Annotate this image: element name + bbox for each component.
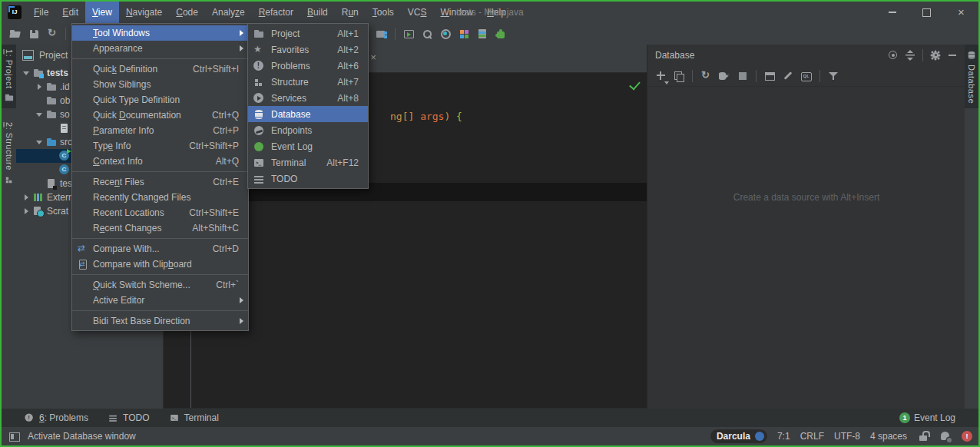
menubar-item-help[interactable]: Help [480, 2, 513, 23]
duplicate-button[interactable] [670, 67, 688, 85]
menu-item-label: Project [271, 28, 300, 39]
minimize-button[interactable] [875, 2, 909, 23]
add-datasource-button[interactable] [651, 67, 670, 85]
settings-button[interactable] [455, 25, 473, 43]
file-encoding[interactable]: UTF-8 [834, 431, 860, 442]
refresh-button[interactable] [697, 67, 715, 85]
search-button[interactable] [418, 25, 436, 43]
menubar-item-vcs[interactable]: VCS [401, 2, 434, 23]
unlock-icon[interactable] [917, 430, 929, 442]
chevron-down-icon[interactable] [21, 67, 32, 79]
left-toolwindow-stripe: 1: Project 2: Structure [2, 45, 16, 409]
menubar-item-run[interactable]: Run [335, 2, 366, 23]
stripe-button-database[interactable]: Database [965, 45, 978, 108]
submenu-item-endpoints[interactable]: Endpoints [248, 122, 368, 138]
menu-item-quick-definition[interactable]: Quick Definition Ctrl+Shift+I [72, 61, 248, 77]
submenu-item-todo[interactable]: TODO [248, 171, 368, 187]
inspections-ok-icon[interactable] [629, 78, 641, 90]
menubar-item-window[interactable]: Window [433, 2, 480, 23]
menu-item-appearance[interactable]: Appearance [72, 41, 248, 56]
stripe-button-structure[interactable]: 2: Structure [2, 118, 16, 190]
submenu-item-event-log[interactable]: Event Log [248, 138, 368, 154]
menu-item-quick-documentation[interactable]: Quick Documentation Ctrl+Q [72, 108, 248, 123]
menu-item-tool-windows[interactable]: Tool Windows [72, 25, 248, 41]
toolwindow-toggle-icon[interactable] [8, 430, 20, 442]
menu-item-compare-with[interactable]: Compare With... Ctrl+D [72, 241, 248, 257]
menu-item-quick-type-definition[interactable]: Quick Type Definition [72, 92, 248, 108]
collapse-expand-button[interactable] [902, 47, 919, 64]
menu-item-bidi-text-base-direction[interactable]: Bidi Text Base Direction [72, 313, 248, 329]
menu-item-recent-files[interactable]: Recent Files Ctrl+E [72, 174, 248, 190]
submenu-item-project[interactable]: Project Alt+1 [248, 25, 368, 41]
console-button[interactable] [797, 67, 816, 85]
stop-button[interactable] [733, 67, 752, 85]
menubar-item-build[interactable]: Build [300, 2, 335, 23]
indent-setting[interactable]: 4 spaces [870, 431, 907, 442]
locate-button[interactable] [885, 47, 902, 64]
menu-item-type-info[interactable]: Type Info Ctrl+Shift+P [72, 138, 248, 154]
menubar-item-file[interactable]: File [27, 2, 55, 23]
menubar-item-code[interactable]: Code [169, 2, 205, 23]
tab-close-button[interactable]: × [368, 51, 379, 63]
close-button[interactable]: × [944, 2, 978, 23]
menu-item-recently-changed-files[interactable]: Recently Changed Files [72, 190, 248, 205]
menu-item-active-editor[interactable]: Active Editor [72, 293, 248, 308]
toolwindow-button-terminal[interactable]: Terminal [168, 412, 219, 424]
chevron-right-icon[interactable] [21, 205, 32, 217]
hide-panel-button[interactable] [944, 47, 961, 64]
search-everywhere-button[interactable] [436, 25, 455, 43]
menu-item-recent-locations[interactable]: Recent Locations Ctrl+Shift+E [72, 205, 248, 220]
plugins-button[interactable] [492, 25, 510, 43]
stripe-button-project[interactable]: 1: Project [2, 45, 16, 108]
menu-item-parameter-info[interactable]: Parameter Info Ctrl+P [72, 123, 248, 138]
filter-button[interactable] [824, 67, 843, 85]
submenu-item-favorites[interactable]: Favorites Alt+2 [248, 41, 368, 58]
submenu-item-terminal[interactable]: Terminal Alt+F12 [248, 154, 368, 171]
inspections-profile-icon[interactable] [939, 430, 952, 442]
maximize-button[interactable] [909, 2, 944, 23]
line-separator[interactable]: CRLF [800, 431, 824, 442]
tree-item-label: ob [60, 95, 70, 106]
stripe-button-label: 1: Project [5, 49, 14, 88]
clipboard-diff-icon [77, 258, 89, 270]
menubar-item-refactor[interactable]: Refactor [252, 2, 300, 23]
panel-settings-button[interactable] [927, 47, 944, 64]
menu-item-context-info[interactable]: Context Info Alt+Q [72, 154, 248, 169]
edit-button[interactable] [779, 67, 797, 85]
duplicate-icon [673, 70, 685, 82]
chevron-right-icon[interactable] [34, 81, 45, 93]
caret-position[interactable]: 7:1 [777, 431, 790, 442]
table-button[interactable] [760, 67, 779, 85]
module-settings-button[interactable] [372, 25, 391, 43]
synchronize-button[interactable] [43, 25, 61, 43]
menu-item-show-siblings[interactable]: Show Siblings [72, 77, 248, 92]
save-all-button[interactable] [25, 25, 43, 43]
menu-item-label: Quick Definition [93, 64, 157, 74]
menu-item-shortcut: Alt+1 [337, 28, 359, 39]
menubar-item-tools[interactable]: Tools [366, 2, 401, 23]
menubar-item-edit[interactable]: Edit [55, 2, 85, 23]
theme-widget[interactable]: Darcula [710, 429, 767, 443]
project-structure-button[interactable] [473, 25, 492, 43]
chevron-right-icon[interactable] [21, 191, 32, 204]
menubar-item-navigate[interactable]: Navigate [119, 2, 169, 23]
menu-item-compare-with-clipboard[interactable]: Compare with Clipboard [72, 257, 248, 272]
submenu-item-services[interactable]: Services Alt+8 [248, 90, 368, 106]
menu-item-recent-changes[interactable]: Recent Changes Alt+Shift+C [72, 220, 248, 236]
toolwindow-button-event-log[interactable]: 1 Event Log [899, 412, 955, 423]
menubar-item-analyze[interactable]: Analyze [205, 2, 252, 23]
toolwindow-button-todo[interactable]: TODO [107, 412, 149, 424]
toolwindow-button-problems[interactable]: 6: Problems [23, 412, 88, 424]
menu-item-quick-switch-scheme[interactable]: Quick Switch Scheme... Ctrl+` [72, 277, 248, 293]
submenu-item-structure[interactable]: Structure Alt+7 [248, 74, 368, 90]
chevron-down-icon[interactable] [34, 108, 45, 121]
open-button[interactable] [6, 25, 25, 43]
error-badge[interactable]: ! [962, 431, 972, 442]
chevron-down-icon[interactable] [34, 136, 45, 148]
tree-item-label: Extern [47, 192, 74, 203]
datasource-properties-button[interactable] [715, 67, 733, 85]
run-window-button[interactable] [399, 25, 418, 43]
submenu-item-problems[interactable]: Problems Alt+6 [248, 58, 368, 74]
menubar-item-view[interactable]: View [85, 2, 119, 23]
submenu-item-database[interactable]: Database [248, 106, 368, 122]
